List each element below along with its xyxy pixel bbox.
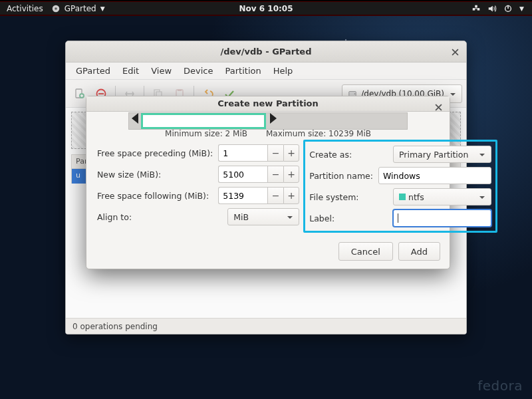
free-following-decr[interactable]: − [267, 187, 283, 204]
status-bar: 0 operations pending [66, 318, 466, 334]
dialog-titlebar[interactable]: Create new Partition [86, 96, 450, 112]
network-icon [471, 4, 481, 13]
free-following-label: Free space following (MiB): [97, 191, 209, 201]
add-button[interactable]: Add [398, 242, 440, 261]
create-partition-dialog: Create new Partition Minimum size: 2 MiB… [86, 96, 450, 269]
fedora-watermark: fedora [477, 378, 523, 394]
new-size-label: New size (MiB): [97, 170, 161, 180]
menu-gparted[interactable]: GParted [71, 64, 115, 78]
svg-point-16 [354, 93, 356, 94]
dialog-title: Create new Partition [217, 98, 319, 108]
status-text: 0 operations pending [72, 322, 158, 331]
free-following-input[interactable] [218, 187, 267, 204]
document-new-icon [74, 88, 86, 100]
file-system-value: ntfs [408, 192, 424, 202]
fs-color-swatch [399, 194, 406, 200]
app-menu[interactable]: GParted ▼ [51, 4, 105, 13]
menubar: GParted Edit View Device Partition Help [66, 63, 466, 80]
max-size-label: Maximum size: 10239 MiB [266, 129, 371, 138]
close-icon [452, 49, 459, 56]
free-following-spin: − + [218, 187, 299, 204]
activities-button[interactable]: Activities [7, 4, 43, 13]
window-titlebar[interactable]: /dev/vdb - GParted [66, 41, 466, 63]
create-as-label: Create as: [309, 150, 352, 160]
window-close-button[interactable] [449, 46, 461, 58]
menu-help[interactable]: Help [269, 64, 298, 78]
text-cursor [398, 213, 398, 223]
free-preceding-decr[interactable]: − [267, 144, 283, 162]
power-icon [503, 4, 513, 13]
menu-device[interactable]: Device [179, 64, 217, 78]
new-size-incr[interactable]: + [283, 166, 299, 183]
free-preceding-spin: − + [218, 144, 299, 162]
align-to-value: MiB [233, 212, 249, 222]
clock[interactable]: Nov 6 10:05 [239, 4, 293, 13]
slider-handle-right-icon[interactable] [270, 113, 277, 124]
align-to-label: Align to: [97, 212, 132, 222]
system-tray[interactable]: ▼ [471, 4, 532, 13]
chevron-down-icon: ▼ [519, 5, 524, 12]
slider-handle-left-icon[interactable] [132, 113, 138, 124]
create-as-value: Primary Partition [399, 150, 468, 160]
chevron-down-icon: ▼ [100, 5, 105, 12]
svg-rect-14 [178, 89, 182, 91]
free-preceding-incr[interactable]: + [283, 144, 299, 162]
gnome-top-bar: Activities GParted ▼ Nov 6 10:05 ▼ [0, 0, 532, 16]
free-following-incr[interactable]: + [283, 187, 299, 204]
label-input[interactable] [393, 209, 491, 227]
svg-point-1 [55, 7, 57, 10]
label-label: Label: [309, 213, 334, 223]
new-size-spin: − + [218, 166, 299, 183]
file-system-combo[interactable]: ntfs [393, 188, 491, 205]
menu-edit[interactable]: Edit [118, 64, 144, 78]
svg-rect-4 [475, 5, 477, 7]
partition-name-input[interactable] [378, 167, 491, 184]
menu-partition[interactable]: Partition [221, 64, 266, 78]
slider-new-partition-segment[interactable] [141, 113, 266, 129]
create-as-combo[interactable]: Primary Partition [393, 146, 491, 163]
free-preceding-label: Free space preceding (MiB): [97, 148, 213, 158]
gparted-icon [51, 4, 61, 13]
min-size-label: Minimum size: 2 MiB [165, 129, 247, 138]
menu-view[interactable]: View [146, 64, 176, 78]
free-preceding-input[interactable] [218, 144, 267, 162]
align-to-combo[interactable]: MiB [227, 208, 299, 225]
close-icon [435, 104, 442, 111]
volume-icon [487, 4, 497, 13]
partition-size-slider[interactable] [86, 112, 450, 130]
file-system-label: File system: [309, 192, 358, 202]
window-title: /dev/vdb - GParted [221, 47, 312, 57]
cancel-button[interactable]: Cancel [338, 242, 393, 261]
app-menu-label: GParted [65, 4, 96, 13]
new-size-input[interactable] [218, 166, 267, 183]
partition-name-label: Partition name: [309, 171, 373, 181]
new-size-decr[interactable]: − [267, 166, 283, 183]
